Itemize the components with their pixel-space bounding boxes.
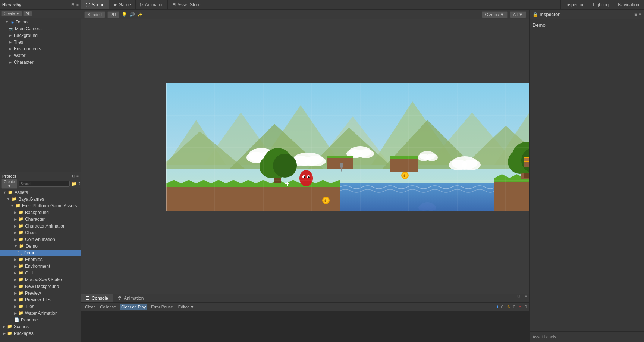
project-item-new-background[interactable]: ▶ 📁 New Background — [0, 283, 81, 290]
hierarchy-item-background[interactable]: ▶ Background — [0, 32, 81, 39]
project-prevtiles-label: Preview Tiles — [25, 297, 51, 302]
project-item-gui[interactable]: ▶ 📁 GUI — [0, 270, 81, 276]
tab-lighting[interactable]: Lighting — [588, 0, 613, 9]
info-icon: ℹ — [497, 304, 498, 309]
inspector-collapse-icon[interactable]: ⊟ — [634, 12, 637, 16]
svg-text:$: $ — [403, 174, 405, 178]
fpga-arrow-icon: ▼ — [10, 204, 14, 208]
hierarchy-collapse-icon[interactable]: ⊟ — [71, 3, 74, 7]
project-item-chest[interactable]: ▶ 📁 Chest — [0, 229, 81, 236]
project-item-tiles[interactable]: ▶ 📁 Tiles — [0, 303, 81, 310]
gizmos-button[interactable]: Gizmos ▼ — [482, 11, 508, 18]
project-collapse-icon[interactable]: ⊟ — [72, 174, 75, 178]
project-item-demo-folder[interactable]: ▼ 📁 Demo — [0, 243, 81, 250]
project-item-enemies[interactable]: ▶ 📁 Enemies — [0, 256, 81, 263]
hierarchy-item-demo[interactable]: ▼ ◉ Demo — [0, 19, 81, 25]
project-item-scenes[interactable]: ▶ 📁 Scenes — [0, 323, 81, 330]
bg-arrow-icon: ▶ — [9, 34, 12, 37]
hierarchy-item-character[interactable]: ▶ Character — [0, 59, 81, 66]
console-editor-button[interactable]: Editor ▼ — [177, 304, 196, 310]
bayat-arrow-icon: ▼ — [7, 197, 10, 201]
scene-view[interactable]: $ $ $ $ — [81, 19, 529, 294]
inspector-options-icon[interactable]: ≡ — [639, 12, 641, 16]
hierarchy-item-main-camera[interactable]: 📷 Main Camera — [0, 25, 81, 32]
hierarchy-options-icon[interactable]: ≡ — [76, 3, 79, 7]
audio-icon[interactable]: 🔊 — [129, 12, 135, 17]
tab-console[interactable]: ☰ Console — [81, 294, 113, 302]
console-collapse-icon[interactable]: ⊟ — [515, 294, 522, 302]
project-item-demo-file[interactable]: ⛶ Demo — [0, 250, 81, 256]
project-item-preview[interactable]: ▶ 📁 Preview — [0, 290, 81, 296]
readme-file-icon: 📄 — [14, 317, 19, 322]
hierarchy-item-tiles[interactable]: ▶ Tiles — [0, 39, 81, 46]
hierarchy-item-environments[interactable]: ▶ Environments — [0, 46, 81, 52]
svg-point-50 — [273, 154, 297, 178]
inspector-body: Demo — [530, 19, 644, 331]
hierarchy-camera-label: Main Camera — [15, 26, 42, 31]
tab-inspector-label: Inspector — [565, 2, 584, 7]
shaded-button[interactable]: Shaded — [84, 11, 105, 18]
svg-rect-35 — [166, 187, 340, 211]
project-item-water-anim[interactable]: ▶ 📁 Water Animation — [0, 310, 81, 317]
center-panel: Shaded 2D 💡 🔊 ✨ Gizmos ▼ All ▼ — [81, 10, 529, 342]
assets-arrow-icon: ▼ — [3, 191, 6, 194]
hierarchy-all-button[interactable]: All — [23, 11, 32, 16]
asset-store-tab-icon: ⊞ — [172, 2, 176, 7]
project-demo-folder-label: Demo — [26, 244, 38, 249]
tab-game[interactable]: ▶ Game — [109, 0, 136, 9]
console-error-pause-button[interactable]: Error Pause — [150, 304, 175, 310]
tab-inspector[interactable]: Inspector — [560, 0, 588, 9]
project-item-environment[interactable]: ▶ 📁 Environment — [0, 263, 81, 270]
2d-button[interactable]: 2D — [107, 11, 119, 18]
animator-tab-icon: ▷ — [140, 2, 143, 7]
inspector-title-label: Inspector — [540, 12, 560, 17]
prevtiles-arrow-icon: ▶ — [14, 298, 17, 302]
project-item-preview-tiles[interactable]: ▶ 📁 Preview Tiles — [0, 296, 81, 303]
project-wateranim-label: Water Animation — [25, 311, 58, 316]
project-item-assets[interactable]: ▼ 📁 Assets — [0, 189, 81, 196]
console-clear-button[interactable]: Clear — [84, 304, 96, 310]
scenes-arrow-icon: ▶ — [3, 325, 6, 329]
project-item-coin-anim[interactable]: ▶ 📁 Coin Animation — [0, 236, 81, 243]
project-item-mace[interactable]: ▶ 📁 Mace&Saw&Spike — [0, 276, 81, 283]
project-options-icon[interactable]: ≡ — [76, 174, 79, 178]
project-item-bayatgames[interactable]: ▼ 📁 BayatGames — [0, 196, 81, 203]
hierarchy-demo-label: Demo — [16, 19, 28, 25]
project-item-background[interactable]: ▶ 📁 Background — [0, 209, 81, 216]
project-item-fpga[interactable]: ▼ 📁 Free Platform Game Assets — [0, 203, 81, 209]
tab-animation[interactable]: ⏱ Animation — [113, 294, 148, 302]
project-search-input[interactable] — [19, 181, 70, 187]
hierarchy-create-button[interactable]: Create ▼ — [1, 11, 22, 16]
project-item-character[interactable]: ▶ 📁 Character — [0, 216, 81, 223]
tab-asset-store[interactable]: ⊞ Asset Store — [168, 0, 205, 9]
char-arrow-icon: ▶ — [9, 60, 12, 64]
project-create-button[interactable]: Create ▼ — [1, 179, 17, 189]
tab-animator[interactable]: ▷ Animator — [136, 0, 168, 9]
console-clear-on-play-button[interactable]: Clear on Play — [120, 304, 147, 310]
tab-navigation[interactable]: Navigation — [613, 0, 644, 9]
prevtiles-folder-icon: 📁 — [18, 297, 23, 302]
charanim-folder-icon: 📁 — [18, 223, 23, 228]
effect-icon[interactable]: ✨ — [137, 12, 143, 17]
svg-point-27 — [462, 160, 481, 170]
console-options-icon[interactable]: ≡ — [522, 294, 529, 302]
warning-icon: ⚠ — [506, 304, 510, 309]
project-assets-label: Assets — [15, 190, 28, 195]
console-collapse-button[interactable]: Collapse — [98, 304, 117, 310]
tab-scene[interactable]: ⛶ Scene — [81, 0, 109, 9]
project-coinanim-label: Coin Animation — [25, 237, 55, 242]
project-folder-icon[interactable]: 📁 — [71, 181, 77, 186]
all-button[interactable]: All ▼ — [510, 11, 526, 18]
project-item-readme[interactable]: 📄 Readme — [0, 317, 81, 323]
scene-separator — [147, 11, 147, 18]
hierarchy-item-water[interactable]: ▶ Water — [0, 52, 81, 59]
environment-folder-icon: 📁 — [18, 264, 23, 269]
inspector-scene-name: Demo — [533, 22, 641, 28]
project-item-char-anim[interactable]: ▶ 📁 Character Animation — [0, 223, 81, 229]
ptiles-folder-icon: 📁 — [18, 304, 23, 309]
project-item-packages[interactable]: ▶ 📁 Packages — [0, 330, 81, 337]
light-icon[interactable]: 💡 — [122, 12, 127, 17]
hierarchy-water-label: Water — [14, 53, 26, 58]
inspector-speaker-icon: 🔒 — [533, 12, 538, 17]
scenes-folder-icon: 📁 — [7, 324, 12, 329]
